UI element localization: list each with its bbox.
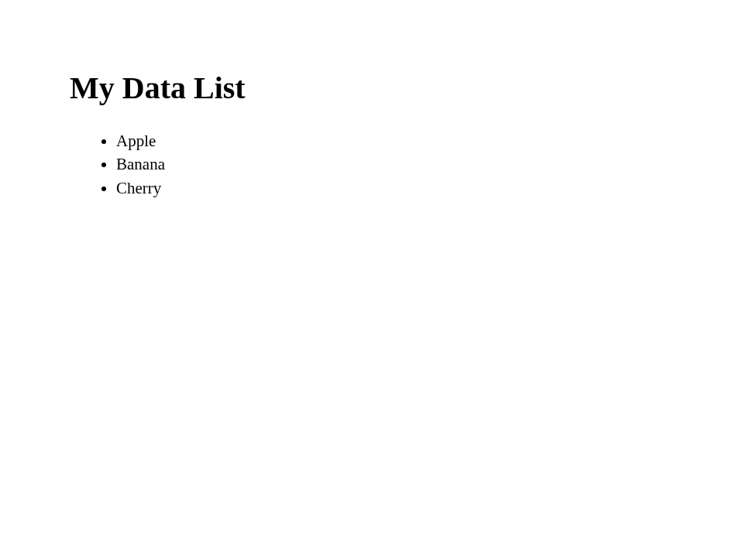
data-list: Apple Banana Cherry: [70, 129, 756, 200]
list-item: Cherry: [116, 176, 756, 200]
list-item: Apple: [116, 129, 756, 152]
page-title: My Data List: [70, 70, 756, 106]
list-item: Banana: [116, 152, 756, 176]
